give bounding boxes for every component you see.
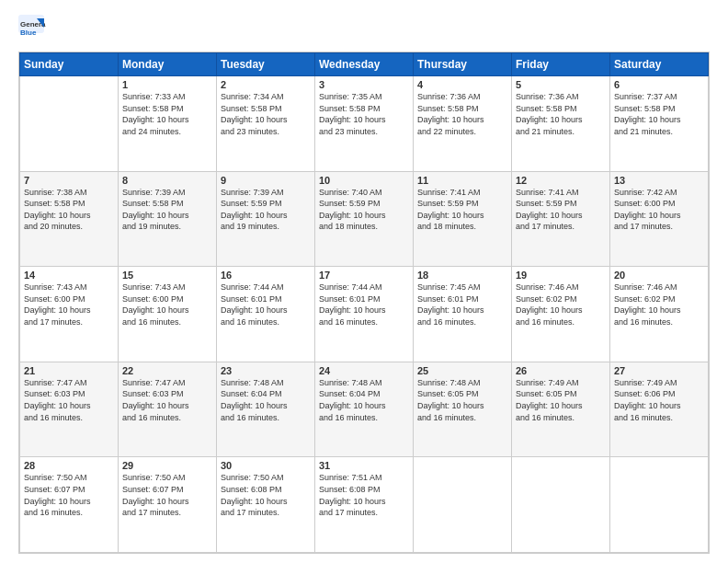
calendar-cell (414, 457, 512, 553)
calendar-cell: 25Sunrise: 7:48 AM Sunset: 6:05 PM Dayli… (414, 362, 512, 457)
calendar-cell: 19Sunrise: 7:46 AM Sunset: 6:02 PM Dayli… (512, 267, 610, 362)
day-info: Sunrise: 7:50 AM Sunset: 6:08 PM Dayligh… (221, 472, 311, 518)
day-info: Sunrise: 7:33 AM Sunset: 5:58 PM Dayligh… (122, 91, 212, 137)
day-info: Sunrise: 7:39 AM Sunset: 5:58 PM Dayligh… (122, 187, 212, 233)
calendar-cell: 20Sunrise: 7:46 AM Sunset: 6:02 PM Dayli… (610, 267, 709, 362)
day-number: 8 (122, 175, 212, 186)
weekday-sunday: Sunday (20, 53, 119, 76)
day-info: Sunrise: 7:51 AM Sunset: 6:08 PM Dayligh… (319, 472, 409, 518)
day-info: Sunrise: 7:49 AM Sunset: 6:05 PM Dayligh… (516, 377, 606, 423)
day-info: Sunrise: 7:35 AM Sunset: 5:58 PM Dayligh… (319, 91, 409, 137)
day-info: Sunrise: 7:41 AM Sunset: 5:59 PM Dayligh… (516, 187, 606, 233)
calendar-cell: 5Sunrise: 7:36 AM Sunset: 5:58 PM Daylig… (512, 76, 610, 172)
calendar-cell: 15Sunrise: 7:43 AM Sunset: 6:00 PM Dayli… (119, 267, 217, 362)
day-number: 10 (319, 175, 409, 186)
calendar-body: 1Sunrise: 7:33 AM Sunset: 5:58 PM Daylig… (20, 76, 709, 553)
calendar-cell: 3Sunrise: 7:35 AM Sunset: 5:58 PM Daylig… (315, 76, 414, 172)
calendar-cell: 27Sunrise: 7:49 AM Sunset: 6:06 PM Dayli… (610, 362, 709, 457)
day-number: 19 (516, 270, 606, 281)
week-row-2: 7Sunrise: 7:38 AM Sunset: 5:58 PM Daylig… (20, 171, 709, 267)
day-info: Sunrise: 7:46 AM Sunset: 6:02 PM Dayligh… (614, 282, 704, 327)
day-info: Sunrise: 7:47 AM Sunset: 6:03 PM Dayligh… (24, 377, 114, 423)
day-info: Sunrise: 7:50 AM Sunset: 6:07 PM Dayligh… (122, 472, 212, 518)
calendar-cell: 28Sunrise: 7:50 AM Sunset: 6:07 PM Dayli… (20, 457, 119, 553)
day-number: 12 (516, 175, 606, 186)
svg-text:Blue: Blue (20, 29, 37, 37)
weekday-saturday: Saturday (610, 53, 709, 76)
calendar-cell: 7Sunrise: 7:38 AM Sunset: 5:58 PM Daylig… (20, 171, 119, 267)
day-info: Sunrise: 7:44 AM Sunset: 6:01 PM Dayligh… (319, 282, 409, 327)
day-info: Sunrise: 7:38 AM Sunset: 5:58 PM Dayligh… (24, 187, 114, 233)
calendar-header: SundayMondayTuesdayWednesdayThursdayFrid… (20, 53, 709, 76)
calendar-cell: 10Sunrise: 7:40 AM Sunset: 5:59 PM Dayli… (315, 171, 414, 267)
day-info: Sunrise: 7:49 AM Sunset: 6:06 PM Dayligh… (614, 377, 704, 423)
day-info: Sunrise: 7:34 AM Sunset: 5:58 PM Dayligh… (221, 91, 311, 137)
day-info: Sunrise: 7:46 AM Sunset: 6:02 PM Dayligh… (516, 282, 606, 327)
weekday-friday: Friday (512, 53, 610, 76)
day-info: Sunrise: 7:45 AM Sunset: 6:01 PM Dayligh… (417, 282, 507, 327)
weekday-thursday: Thursday (414, 53, 512, 76)
day-info: Sunrise: 7:40 AM Sunset: 5:59 PM Dayligh… (319, 187, 409, 233)
day-info: Sunrise: 7:36 AM Sunset: 5:58 PM Dayligh… (417, 91, 507, 137)
day-number: 23 (221, 365, 311, 376)
calendar-cell: 31Sunrise: 7:51 AM Sunset: 6:08 PM Dayli… (315, 457, 414, 553)
day-number: 14 (24, 270, 114, 281)
week-row-5: 28Sunrise: 7:50 AM Sunset: 6:07 PM Dayli… (20, 457, 709, 553)
day-info: Sunrise: 7:43 AM Sunset: 6:00 PM Dayligh… (24, 282, 114, 327)
calendar-cell: 23Sunrise: 7:48 AM Sunset: 6:04 PM Dayli… (217, 362, 315, 457)
day-info: Sunrise: 7:44 AM Sunset: 6:01 PM Dayligh… (221, 282, 311, 327)
calendar-cell: 2Sunrise: 7:34 AM Sunset: 5:58 PM Daylig… (217, 76, 315, 172)
calendar-cell: 22Sunrise: 7:47 AM Sunset: 6:03 PM Dayli… (119, 362, 217, 457)
day-number: 9 (221, 175, 311, 186)
logo: General Blue (18, 15, 50, 42)
day-info: Sunrise: 7:48 AM Sunset: 6:04 PM Dayligh… (221, 377, 311, 423)
day-number: 29 (122, 460, 212, 471)
calendar-cell: 4Sunrise: 7:36 AM Sunset: 5:58 PM Daylig… (414, 76, 512, 172)
day-info: Sunrise: 7:42 AM Sunset: 6:00 PM Dayligh… (614, 187, 704, 233)
week-row-3: 14Sunrise: 7:43 AM Sunset: 6:00 PM Dayli… (20, 267, 709, 362)
calendar-cell: 9Sunrise: 7:39 AM Sunset: 5:59 PM Daylig… (217, 171, 315, 267)
day-info: Sunrise: 7:43 AM Sunset: 6:00 PM Dayligh… (122, 282, 212, 327)
day-number: 16 (221, 270, 311, 281)
day-number: 27 (614, 365, 704, 376)
calendar-cell: 21Sunrise: 7:47 AM Sunset: 6:03 PM Dayli… (20, 362, 119, 457)
day-number: 7 (24, 175, 114, 186)
calendar-cell: 18Sunrise: 7:45 AM Sunset: 6:01 PM Dayli… (414, 267, 512, 362)
day-number: 1 (122, 79, 212, 90)
day-number: 24 (319, 365, 409, 376)
calendar-cell: 14Sunrise: 7:43 AM Sunset: 6:00 PM Dayli… (20, 267, 119, 362)
day-number: 2 (221, 79, 311, 90)
day-number: 15 (122, 270, 212, 281)
day-info: Sunrise: 7:36 AM Sunset: 5:58 PM Dayligh… (516, 91, 606, 137)
calendar-cell (20, 76, 119, 172)
calendar-cell: 1Sunrise: 7:33 AM Sunset: 5:58 PM Daylig… (119, 76, 217, 172)
calendar-cell: 16Sunrise: 7:44 AM Sunset: 6:01 PM Dayli… (217, 267, 315, 362)
day-info: Sunrise: 7:48 AM Sunset: 6:05 PM Dayligh… (417, 377, 507, 423)
header: General Blue (18, 15, 710, 42)
weekday-wednesday: Wednesday (315, 53, 414, 76)
day-number: 11 (417, 175, 507, 186)
day-info: Sunrise: 7:41 AM Sunset: 5:59 PM Dayligh… (417, 187, 507, 233)
week-row-1: 1Sunrise: 7:33 AM Sunset: 5:58 PM Daylig… (20, 76, 709, 172)
calendar-cell: 24Sunrise: 7:48 AM Sunset: 6:04 PM Dayli… (315, 362, 414, 457)
day-number: 25 (417, 365, 507, 376)
week-row-4: 21Sunrise: 7:47 AM Sunset: 6:03 PM Dayli… (20, 362, 709, 457)
day-info: Sunrise: 7:48 AM Sunset: 6:04 PM Dayligh… (319, 377, 409, 423)
logo-icon: General Blue (18, 15, 46, 42)
day-number: 13 (614, 175, 704, 186)
calendar-cell (610, 457, 709, 553)
day-number: 3 (319, 79, 409, 90)
weekday-row: SundayMondayTuesdayWednesdayThursdayFrid… (20, 53, 709, 76)
calendar-cell: 8Sunrise: 7:39 AM Sunset: 5:58 PM Daylig… (119, 171, 217, 267)
day-number: 4 (417, 79, 507, 90)
calendar-cell: 13Sunrise: 7:42 AM Sunset: 6:00 PM Dayli… (610, 171, 709, 267)
calendar-cell: 17Sunrise: 7:44 AM Sunset: 6:01 PM Dayli… (315, 267, 414, 362)
calendar-cell: 26Sunrise: 7:49 AM Sunset: 6:05 PM Dayli… (512, 362, 610, 457)
calendar-cell (512, 457, 610, 553)
day-number: 6 (614, 79, 704, 90)
day-info: Sunrise: 7:37 AM Sunset: 5:58 PM Dayligh… (614, 91, 704, 137)
calendar-cell: 6Sunrise: 7:37 AM Sunset: 5:58 PM Daylig… (610, 76, 709, 172)
calendar-cell: 11Sunrise: 7:41 AM Sunset: 5:59 PM Dayli… (414, 171, 512, 267)
day-number: 20 (614, 270, 704, 281)
day-info: Sunrise: 7:47 AM Sunset: 6:03 PM Dayligh… (122, 377, 212, 423)
